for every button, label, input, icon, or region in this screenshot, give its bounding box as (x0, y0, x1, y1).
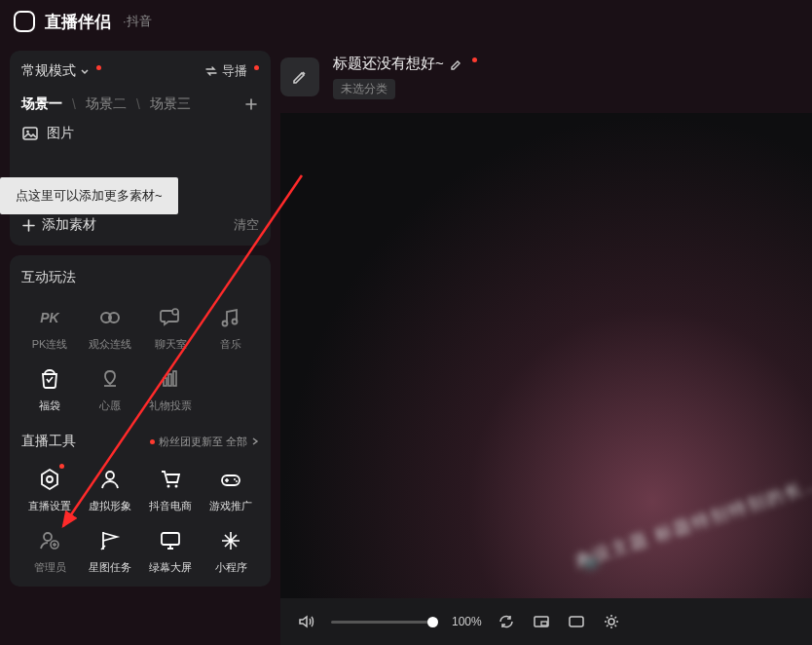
stream-title-row[interactable]: 标题还没有想好~ (333, 55, 477, 73)
tool-admin-label: 管理员 (34, 560, 66, 575)
director-mode-button[interactable]: 导播 (204, 62, 259, 80)
interact-panel: 互动玩法 PK PK连线 观众连线 聊天室 音乐 (10, 255, 271, 587)
svg-rect-22 (541, 622, 547, 626)
gear-icon (603, 613, 620, 630)
scene-separator: \ (136, 96, 140, 112)
speaker-icon (297, 612, 316, 631)
svg-point-1 (26, 131, 29, 133)
app-subtitle: ·抖音 (123, 13, 152, 30)
mode-label-text: 常规模式 (21, 62, 76, 80)
notification-dot-icon (59, 464, 64, 469)
svg-point-5 (172, 309, 178, 315)
notification-dot-icon (96, 65, 101, 70)
svg-point-14 (175, 485, 178, 488)
scene-tab-3[interactable]: 场景三 (150, 95, 191, 113)
svg-point-12 (106, 472, 114, 479)
app-title: 直播伴侣 (45, 11, 111, 33)
interact-lucky-bag[interactable]: 福袋 (21, 361, 78, 417)
tool-settings-label: 直播设置 (28, 499, 71, 513)
cart-icon (157, 466, 184, 493)
preview-overlay-text: 未设主题 标题特别特别的长… ✎ (571, 464, 812, 574)
fans-update-text: 粉丝团更新至 全部 (159, 435, 247, 449)
svg-point-17 (236, 480, 238, 482)
monitor-icon (157, 527, 184, 554)
svg-text:PK: PK (40, 310, 59, 325)
tool-greenscreen-label: 绿幕大屏 (149, 560, 192, 575)
stream-preview[interactable]: 未设主题 标题特别特别的长… ✎ 📷 (280, 113, 812, 598)
svg-rect-15 (222, 475, 240, 485)
app-logo-icon (14, 11, 35, 32)
interact-title: 互动玩法 (21, 269, 259, 286)
music-icon (217, 304, 244, 331)
content-area: 标题还没有想好~ 未选分类 未设主题 标题特别特别的长… ✎ 📷 100% (280, 43, 812, 645)
chevron-right-icon (251, 436, 259, 446)
interact-bag-label: 福袋 (39, 398, 60, 413)
hexagon-gear-icon (36, 466, 63, 493)
volume-thumb[interactable] (427, 617, 438, 627)
stream-title-text: 标题还没有想好~ (333, 55, 444, 73)
add-asset-label: 添加素材 (42, 216, 96, 234)
tool-game-promo[interactable]: 游戏推广 (203, 462, 259, 517)
interact-audience-label: 观众连线 (89, 337, 131, 352)
tool-star-label: 星图任务 (89, 560, 131, 575)
scene-panel: 常规模式 导播 场景一 \ 场景二 \ 场景三 (10, 51, 271, 246)
svg-rect-8 (164, 378, 166, 386)
svg-rect-9 (168, 374, 171, 386)
tool-admin[interactable]: 管理员 (21, 523, 78, 579)
interact-audience-link[interactable]: 观众连线 (82, 300, 138, 356)
layout-button[interactable] (531, 613, 552, 630)
interact-chatroom[interactable]: 聊天室 (142, 300, 199, 356)
notification-dot-icon (150, 439, 155, 444)
add-asset-button[interactable]: 添加素材 (21, 216, 96, 234)
screen-button[interactable] (566, 613, 587, 630)
layout-icon (533, 613, 550, 630)
tool-miniapp-label: 小程序 (215, 560, 247, 575)
mode-selector[interactable]: 常规模式 (21, 62, 101, 80)
refresh-icon (498, 613, 515, 630)
svg-point-16 (234, 478, 236, 480)
sidebar: 常规模式 导播 场景一 \ 场景二 \ 场景三 (0, 43, 280, 645)
interact-gift-vote[interactable]: 礼物投票 (142, 361, 199, 417)
tool-ecommerce[interactable]: 抖音电商 (142, 462, 199, 517)
interact-music[interactable]: 音乐 (203, 300, 259, 356)
flag-icon (96, 527, 124, 554)
svg-point-18 (44, 533, 52, 541)
category-selector[interactable]: 未选分类 (333, 79, 395, 99)
add-scene-button[interactable] (243, 96, 259, 112)
interact-wish[interactable]: 心愿 (82, 361, 138, 417)
interact-pk-label: PK连线 (32, 337, 68, 352)
interact-wish-label: 心愿 (99, 398, 121, 413)
settings-button[interactable] (601, 613, 622, 630)
svg-point-7 (233, 320, 238, 324)
refresh-button[interactable] (496, 613, 517, 630)
pk-icon: PK (36, 304, 63, 331)
fans-update-link[interactable]: 粉丝团更新至 全部 (150, 435, 259, 449)
swap-icon (204, 64, 218, 78)
tool-greenscreen[interactable]: 绿幕大屏 (142, 523, 199, 579)
tools-title: 直播工具 (21, 433, 76, 450)
notification-dot-icon (472, 57, 477, 62)
notification-dot-icon (254, 65, 259, 70)
tool-avatar-label: 虚拟形象 (89, 499, 131, 513)
scene-tabs: 场景一 \ 场景二 \ 场景三 (21, 95, 259, 113)
avatar-icon (96, 466, 124, 493)
volume-percent: 100% (452, 615, 482, 628)
clear-button[interactable]: 清空 (234, 216, 259, 234)
edit-cover-button[interactable] (280, 57, 319, 96)
preview-bottom-bar: 100% (280, 598, 812, 645)
tool-avatar[interactable]: 虚拟形象 (82, 462, 138, 517)
asset-item-image[interactable]: 图片 (21, 125, 259, 142)
volume-button[interactable] (296, 612, 317, 631)
scene-tab-2[interactable]: 场景二 (86, 95, 127, 113)
interact-pk[interactable]: PK PK连线 (21, 300, 78, 356)
tool-star-task[interactable]: 星图任务 (82, 523, 138, 579)
plus-icon (243, 96, 259, 112)
admin-icon (36, 527, 63, 554)
scene-tab-1[interactable]: 场景一 (21, 95, 62, 113)
tool-live-settings[interactable]: 直播设置 (21, 462, 78, 517)
interact-chatroom-label: 聊天室 (155, 337, 187, 352)
interact-vote-label: 礼物投票 (149, 398, 192, 413)
volume-slider[interactable] (331, 621, 438, 624)
tool-miniapp[interactable]: 小程序 (203, 523, 259, 579)
chevron-down-icon (80, 66, 90, 76)
